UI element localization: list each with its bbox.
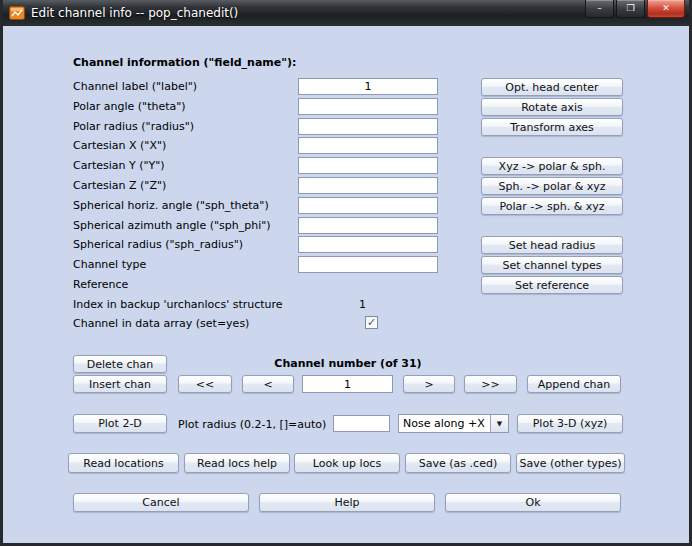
index-label: Index in backup 'urchanlocs' structure — [73, 298, 283, 311]
rotate-axis-button[interactable]: Rotate axis — [481, 98, 623, 116]
prev-chan-button[interactable]: < — [242, 375, 294, 393]
next-chan-button[interactable]: > — [403, 375, 455, 393]
cartesian-x-label: Cartesian X ("X") — [73, 139, 166, 152]
append-chan-button[interactable]: Append chan — [527, 375, 621, 393]
first-chan-button[interactable]: << — [178, 375, 232, 393]
set-head-radius-button[interactable]: Set head radius — [481, 236, 623, 254]
cartesian-z-input[interactable] — [298, 177, 438, 194]
polar-radius-input[interactable] — [298, 118, 438, 135]
window-controls: – ❒ ✕ — [583, 0, 685, 26]
nose-direction-value: Nose along +X — [399, 415, 490, 432]
opt-head-center-button[interactable]: Opt. head center — [481, 78, 623, 96]
cancel-button[interactable]: Cancel — [73, 493, 249, 512]
polar-angle-label: Polar angle ("theta") — [73, 100, 186, 113]
title-bar: Edit channel info -- pop_chanedit() – ❒ … — [3, 0, 689, 26]
cartesian-x-input[interactable] — [298, 137, 438, 154]
xyz-to-polar-button[interactable]: Xyz -> polar & sph. — [481, 157, 623, 175]
chevron-down-icon: ▼ — [490, 415, 508, 432]
plot-radius-label: Plot radius (0.2-1, []=auto) — [178, 418, 326, 431]
help-button[interactable]: Help — [259, 493, 435, 512]
channel-type-label: Channel type — [73, 258, 146, 271]
sph-phi-label: Spherical azimuth angle ("sph_phi") — [73, 219, 271, 232]
close-button[interactable]: ✕ — [647, 0, 685, 18]
section-header: Channel information ("field_name"): — [73, 56, 296, 69]
read-locations-button[interactable]: Read locations — [68, 453, 179, 473]
channel-number-input[interactable] — [302, 375, 393, 393]
transform-axes-button[interactable]: Transform axes — [481, 118, 623, 136]
index-value: 1 — [359, 298, 366, 311]
dialog-body: Channel information ("field_name"): Chan… — [3, 26, 689, 543]
in-data-label: Channel in data array (set=yes) — [73, 317, 249, 330]
read-locs-help-button[interactable]: Read locs help — [184, 453, 290, 473]
minimize-button[interactable]: – — [585, 0, 614, 18]
set-reference-button[interactable]: Set reference — [481, 276, 623, 294]
insert-chan-button[interactable]: Insert chan — [73, 375, 167, 393]
ok-button[interactable]: Ok — [445, 493, 621, 512]
window-title: Edit channel info -- pop_chanedit() — [31, 6, 583, 20]
polar-radius-label: Polar radius ("radius") — [73, 120, 194, 133]
dialog-window: Edit channel info -- pop_chanedit() – ❒ … — [0, 0, 692, 546]
sph-theta-input[interactable] — [298, 197, 438, 214]
in-data-checkbox[interactable]: ✓ — [365, 316, 378, 329]
look-up-locs-button[interactable]: Look up locs — [294, 453, 400, 473]
channel-type-input[interactable] — [298, 256, 438, 273]
cartesian-y-label: Cartesian Y ("Y") — [73, 159, 165, 172]
sph-radius-label: Spherical radius ("sph_radius") — [73, 238, 243, 251]
cartesian-z-label: Cartesian Z ("Z") — [73, 179, 166, 192]
channel-label-input[interactable] — [298, 78, 438, 95]
sph-theta-label: Spherical horiz. angle ("sph_theta") — [73, 199, 269, 212]
polar-to-sph-button[interactable]: Polar -> sph. & xyz — [481, 197, 623, 215]
check-icon: ✓ — [367, 317, 376, 328]
sph-radius-input[interactable] — [298, 236, 438, 253]
plot-2d-button[interactable]: Plot 2-D — [73, 414, 167, 433]
plot-3d-button[interactable]: Plot 3-D (xyz) — [517, 414, 623, 433]
maximize-button[interactable]: ❒ — [616, 0, 645, 18]
save-other-types-button[interactable]: Save (other types) — [516, 453, 625, 473]
cartesian-y-input[interactable] — [298, 157, 438, 174]
last-chan-button[interactable]: >> — [464, 375, 517, 393]
matlab-figure-icon — [9, 6, 25, 20]
polar-angle-input[interactable] — [298, 98, 438, 115]
set-channel-types-button[interactable]: Set channel types — [481, 256, 623, 274]
channel-number-title: Channel number (of 31) — [243, 357, 453, 370]
save-ced-button[interactable]: Save (as .ced) — [405, 453, 511, 473]
sph-to-polar-button[interactable]: Sph. -> polar & xyz — [481, 177, 623, 195]
plot-radius-input[interactable] — [333, 415, 390, 432]
nose-direction-select[interactable]: Nose along +X ▼ — [398, 414, 509, 433]
channel-label-label: Channel label ("label") — [73, 80, 197, 93]
reference-label: Reference — [73, 278, 128, 291]
delete-chan-button[interactable]: Delete chan — [73, 355, 167, 373]
sph-phi-input[interactable] — [298, 217, 438, 234]
